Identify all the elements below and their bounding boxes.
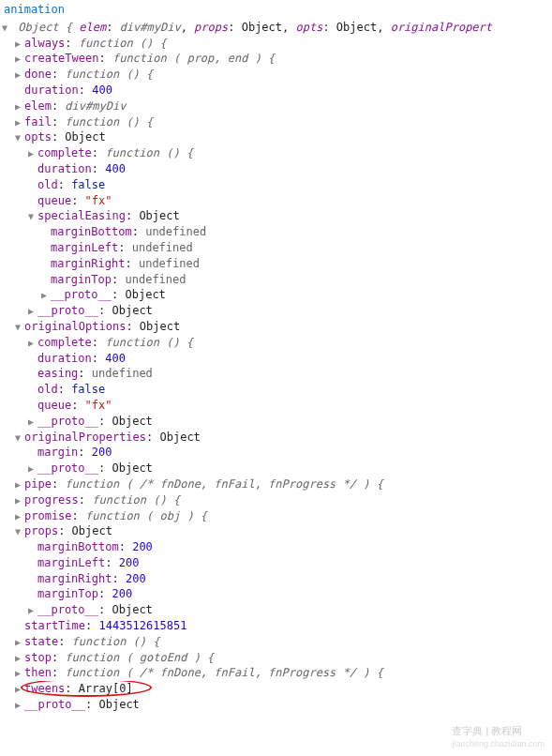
property-value: Object [112,415,152,428]
property-value: undefined [92,367,153,380]
property-key: marginTop [37,587,98,600]
tree-row[interactable]: complete: function () { [2,335,550,351]
expand-arrow-icon[interactable] [15,478,24,491]
tree-row[interactable]: always: function () { [2,36,550,52]
tree-row[interactable]: tweens: Array[0] [2,681,550,697]
tree-row[interactable]: __proto__: Object [2,414,550,430]
tree-row[interactable]: complete: function () { [2,145,550,161]
property-key: then [24,666,52,679]
expand-arrow-icon[interactable] [28,416,37,429]
property-value: Object [125,288,165,301]
property-key: progress [24,493,79,507]
property-key: marginRight [51,257,125,270]
expand-arrow-icon[interactable] [15,652,24,665]
tree-row[interactable]: then: function ( /* fnDone, fnFail, fnPr… [2,665,550,681]
tree-row[interactable]: marginBottom: undefined [2,224,550,240]
property-value: undefined [145,225,206,238]
tree-row[interactable]: __proto__: Object [2,602,550,618]
property-value: Array[0] [79,682,133,695]
expand-arrow-icon[interactable] [15,683,24,696]
expand-arrow-icon[interactable] [15,100,24,113]
expand-arrow-icon[interactable] [15,636,24,649]
tree-row[interactable]: createTween: function ( prop, end ) { [2,51,550,67]
expand-arrow-icon[interactable] [15,510,24,523]
tree-row[interactable]: originalOptions: Object [2,319,550,335]
tree-row[interactable]: stop: function ( gotoEnd ) { [2,650,550,666]
property-key: promise [24,509,72,522]
expand-arrow-icon[interactable] [15,321,24,334]
property-value: undefined [125,273,186,286]
property-value: function () { [79,37,167,50]
expand-arrow-icon[interactable] [28,210,37,223]
expand-arrow-icon[interactable] [15,667,24,680]
expand-arrow-icon[interactable] [15,68,24,82]
object-summary-row[interactable]: Object { elem: div#myDiv, props: Object,… [2,20,550,36]
property-key: complete [37,146,92,159]
property-key: elem [24,99,52,113]
expand-arrow-icon[interactable] [15,53,24,66]
tree-row[interactable]: duration: 400 [2,83,550,98]
property-value: function () { [72,635,160,648]
expand-arrow-icon[interactable] [28,337,37,350]
expand-arrow-icon[interactable] [15,38,24,51]
tree-row[interactable]: marginBottom: 200 [2,539,550,555]
summary-prefix: Object { [18,21,72,34]
summary-pairs: elem: div#myDiv, props: Object, opts: Ob… [79,21,492,34]
tree-row[interactable]: marginTop: undefined [2,272,550,288]
property-key: state [24,635,58,648]
tree-row[interactable]: state: function () { [2,634,550,650]
tree-row[interactable]: old: false [2,177,550,193]
tree-row[interactable]: __proto__: Object [2,461,550,476]
tree-row[interactable]: startTime: 1443512615851 [2,618,550,634]
property-value: Object [112,304,152,317]
property-key: pipe [24,477,52,491]
tree-row[interactable]: promise: function ( obj ) { [2,508,550,524]
expand-arrow-icon[interactable] [15,525,24,538]
expand-arrow-icon[interactable] [15,431,24,445]
tree-row[interactable]: duration: 400 [2,161,550,177]
tree-row[interactable]: specialEasing: Object [2,208,550,224]
expand-arrow-icon[interactable] [15,699,24,712]
expand-arrow-icon[interactable] [15,131,24,144]
tree-row[interactable]: done: function () { [2,67,550,83]
tree-row[interactable]: queue: "fx" [2,193,550,209]
expand-arrow-icon[interactable] [28,462,37,476]
property-key: old [37,178,58,191]
tree-row[interactable]: queue: "fx" [2,398,550,414]
tree-row[interactable]: fail: function () { [2,114,550,130]
tree-row[interactable]: margin: 200 [2,445,550,461]
tree-row[interactable]: progress: function () { [2,492,550,508]
expand-arrow-icon[interactable] [15,116,24,129]
tree-row[interactable]: duration: 400 [2,351,550,367]
tree-row[interactable]: marginRight: 200 [2,571,550,587]
tree-row[interactable]: marginLeft: 200 [2,555,550,571]
tree-row[interactable]: originalProperties: Object [2,430,550,446]
property-key: queue [37,194,71,207]
property-value: div#myDiv [65,99,126,113]
expand-arrow-icon[interactable] [28,305,37,318]
tree-row[interactable]: easing: undefined [2,366,550,382]
tree-row[interactable]: __proto__: Object [2,303,550,319]
expand-arrow-icon[interactable] [15,494,24,507]
property-key: tweens [24,682,65,695]
property-key: complete [37,336,92,349]
property-value: Object [140,320,180,333]
expand-arrow-icon[interactable] [41,289,51,302]
tree-row[interactable]: marginLeft: undefined [2,240,550,256]
tree-row[interactable]: marginTop: 200 [2,586,550,602]
tree-row[interactable]: __proto__: Object [2,287,550,303]
property-value: 200 [119,556,140,569]
tree-row[interactable]: __proto__: Object [2,697,550,713]
tree-row[interactable]: pipe: function ( /* fnDone, fnFail, fnPr… [2,476,550,492]
tree-row[interactable]: opts: Object [2,129,550,145]
property-key: originalProperties [24,431,146,444]
tree-row[interactable]: props: Object [2,523,550,539]
expand-arrow-icon[interactable] [28,604,37,617]
property-value: "fx" [85,194,112,207]
tree-row[interactable]: elem: div#myDiv [2,98,550,114]
expand-arrow-icon[interactable] [2,22,11,35]
property-value: Object [139,209,179,222]
tree-row[interactable]: marginRight: undefined [2,256,550,272]
tree-row[interactable]: old: false [2,382,550,398]
expand-arrow-icon[interactable] [28,147,37,160]
